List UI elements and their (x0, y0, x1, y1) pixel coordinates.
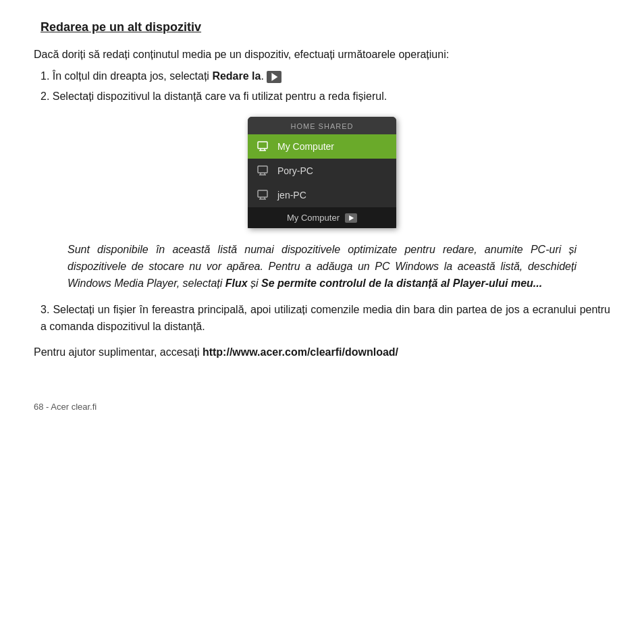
help-url[interactable]: http://www.acer.com/clearfi/download/ (203, 346, 398, 358)
dropdown-bottom-label: My Computer (287, 213, 340, 223)
play-to-icon (345, 213, 357, 223)
dropdown-header: HOME SHARED (248, 117, 396, 134)
step-3: 3. Selectați un fișier în fereastra prin… (41, 302, 610, 336)
italic-bold-control: Se permite controlul de la distanță al P… (261, 277, 542, 289)
svg-rect-8 (258, 190, 267, 197)
dropdown-item-pory-pc[interactable]: Pory-PC (248, 159, 396, 183)
help-prefix: Pentru ajutor suplimentar, accesați (34, 346, 203, 358)
step-1-prefix: 1. În colțul din dreapta jos, selectați … (41, 70, 281, 83)
dropdown-container: HOME SHARED My Computer (248, 117, 396, 228)
device-selector-dropdown: HOME SHARED My Computer (34, 117, 610, 228)
dropdown-bottom-bar: My Computer (248, 207, 396, 228)
dropdown-item-label: Pory-PC (277, 165, 313, 176)
italic-text-2: și (248, 277, 261, 289)
step-1-bold: Redare la (212, 70, 261, 82)
dropdown-item-jen-pc[interactable]: jen-PC (248, 183, 396, 207)
redare-la-icon (267, 71, 281, 83)
step-1: 1. În colțul din dreapta jos, selectați … (41, 70, 610, 83)
step-2: 2. Selectați dispozitivul la distanță ca… (41, 88, 610, 105)
help-paragraph: Pentru ajutor suplimentar, accesați http… (34, 344, 610, 361)
pc-icon-my-computer (257, 141, 271, 152)
italic-note: Sunt disponibile în această listă numai … (68, 242, 576, 292)
footer: 68 - Acer clear.fi (34, 402, 610, 412)
pc-icon-pory-pc (257, 165, 271, 176)
svg-rect-0 (258, 142, 267, 149)
italic-bold-flux: Flux (225, 277, 248, 289)
intro-paragraph: Dacă doriți să redați conținutul media p… (34, 47, 610, 63)
pc-icon-jen-pc (257, 190, 271, 200)
svg-rect-4 (258, 166, 267, 173)
dropdown-item-my-computer[interactable]: My Computer (248, 134, 396, 159)
dropdown-item-label: My Computer (277, 141, 334, 152)
page-title: Redarea pe un alt dispozitiv (41, 20, 610, 34)
dropdown-item-label: jen-PC (277, 190, 306, 200)
